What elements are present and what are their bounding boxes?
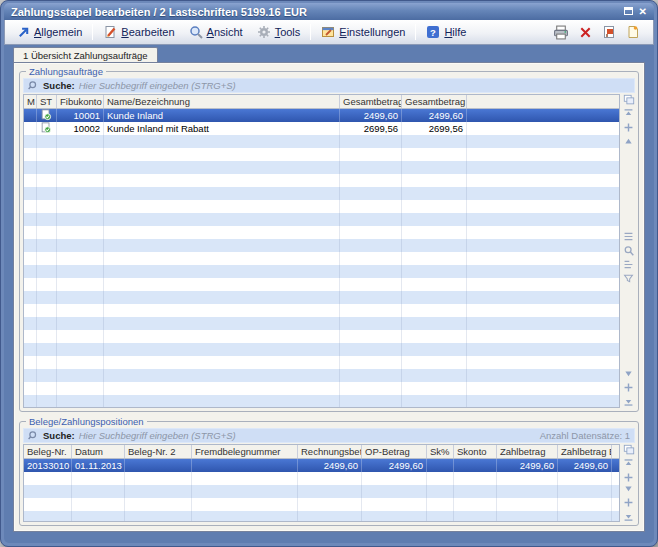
- empty-row[interactable]: [24, 382, 619, 395]
- empty-row[interactable]: [24, 291, 619, 304]
- add-up-icon[interactable]: [623, 122, 634, 133]
- empty-row[interactable]: [24, 239, 619, 252]
- column-chooser-icon[interactable]: [623, 444, 635, 456]
- empty-row[interactable]: [24, 148, 619, 161]
- empty-row[interactable]: [24, 213, 619, 226]
- column-header[interactable]: Gesamtbetrag: [340, 95, 402, 108]
- empty-row[interactable]: [24, 200, 619, 213]
- column-header[interactable]: Zahlbetrag: [497, 445, 558, 458]
- column-header[interactable]: Fremdbelegnummer: [192, 445, 298, 458]
- add-down-icon[interactable]: [623, 382, 634, 393]
- menu-item-tools[interactable]: Tools: [250, 22, 308, 42]
- scroll-first-icon[interactable]: [623, 108, 634, 119]
- cell: [104, 330, 340, 343]
- cell: [104, 317, 340, 330]
- column-header[interactable]: Rechnungsbetrag: [298, 445, 362, 458]
- cell-beleg-nr-2: [125, 459, 192, 472]
- cell-filler: [467, 317, 619, 330]
- empty-row[interactable]: [24, 498, 619, 511]
- cell: [402, 265, 467, 278]
- zoom-icon[interactable]: [623, 245, 635, 257]
- cell: [125, 498, 192, 511]
- positions-search-bar[interactable]: Suche: Hier Suchbegriff eingeben (STRG+S…: [23, 428, 635, 443]
- delete-icon[interactable]: [579, 26, 592, 39]
- column-header[interactable]: Name/Bezeichnung: [104, 95, 340, 108]
- column-header[interactable]: OP-Betrag: [362, 445, 427, 458]
- cell-fremdbelegnummer: [192, 459, 298, 472]
- menu-item-allgemein[interactable]: Allgemein: [10, 23, 89, 42]
- cell-filler: [467, 226, 619, 239]
- payments-search-bar[interactable]: Suche: Hier Suchbegriff eingeben (STRG+S…: [23, 78, 635, 93]
- payments-table[interactable]: MSTFibukontoName/BezeichnungGesamtbetrag…: [23, 94, 620, 408]
- cell: [340, 343, 402, 356]
- column-header[interactable]: Beleg-Nr. 2: [125, 445, 192, 458]
- column-header[interactable]: Zahlbetrag Euro: [558, 445, 612, 458]
- empty-row[interactable]: [24, 395, 619, 408]
- column-header[interactable]: Sk%: [427, 445, 454, 458]
- move-down-icon[interactable]: [623, 483, 634, 494]
- export-icon[interactable]: [602, 25, 616, 39]
- empty-row[interactable]: [24, 187, 619, 200]
- empty-row[interactable]: [24, 472, 619, 485]
- empty-row[interactable]: [24, 317, 619, 330]
- empty-row[interactable]: [24, 226, 619, 239]
- cell: [57, 187, 104, 200]
- positions-table[interactable]: Beleg-Nr.DatumBeleg-Nr. 2Fremdbelegnumme…: [23, 444, 620, 522]
- empty-row[interactable]: [24, 369, 619, 382]
- filter-icon[interactable]: [623, 273, 634, 284]
- close-icon[interactable]: ✕: [639, 7, 647, 17]
- cell-zahlbetrag-euro: 2499,60: [558, 459, 612, 472]
- empty-row[interactable]: [24, 356, 619, 369]
- empty-row[interactable]: [24, 330, 619, 343]
- empty-row[interactable]: [24, 485, 619, 498]
- print-icon[interactable]: [553, 25, 569, 40]
- add-up-icon[interactable]: [623, 472, 634, 483]
- scroll-last-icon[interactable]: [623, 511, 634, 522]
- table-row[interactable]: 2013301001.11.2013 JFr2499,602499,602499…: [24, 459, 619, 472]
- menu-item-ansicht[interactable]: Ansicht: [182, 22, 250, 42]
- add-down-icon[interactable]: [623, 497, 634, 508]
- scroll-first-icon[interactable]: [623, 458, 634, 469]
- positions-group: Belege/Zahlungspositionen Suche: Hier Su…: [19, 416, 639, 526]
- empty-row[interactable]: [24, 343, 619, 356]
- tab-uebersicht-zahlungsauftraege[interactable]: 1 Übersicht Zahlungsaufträge: [13, 47, 158, 62]
- column-chooser-icon[interactable]: [623, 94, 635, 106]
- empty-row[interactable]: [24, 265, 619, 278]
- empty-row[interactable]: [24, 135, 619, 148]
- column-header[interactable]: Skonto: [454, 445, 497, 458]
- column-header[interactable]: Fibukonto: [57, 95, 104, 108]
- empty-row[interactable]: [24, 174, 619, 187]
- menu-item-einstellungen[interactable]: Einstellungen: [314, 22, 412, 42]
- empty-row[interactable]: [24, 304, 619, 317]
- column-header[interactable]: M: [24, 95, 37, 108]
- table-row[interactable]: 10001Kunde Inland2499,602499,60: [24, 109, 619, 122]
- column-header[interactable]: ST: [37, 95, 57, 108]
- cell: [362, 498, 427, 511]
- column-header[interactable]: Datum: [72, 445, 125, 458]
- cell: [104, 148, 340, 161]
- menu-item-hilfe[interactable]: ?Hilfe: [419, 22, 473, 42]
- empty-row[interactable]: [24, 252, 619, 265]
- move-down-icon[interactable]: [623, 368, 634, 379]
- cell-filler: [467, 343, 619, 356]
- settings-icon: [321, 25, 335, 39]
- restore-icon[interactable]: [624, 7, 633, 17]
- title-bar[interactable]: Zahlungsstapel bearbeiten / 2 Lastschrif…: [4, 3, 654, 20]
- column-header[interactable]: Beleg-Nr.: [24, 445, 72, 458]
- menu-item-bearbeiten[interactable]: Bearbeiten: [96, 22, 181, 42]
- column-header[interactable]: Gesamtbetrag Euro: [402, 95, 467, 108]
- table-row[interactable]: 10002Kunde Inland mit Rabatt2699,562699,…: [24, 122, 619, 135]
- empty-row[interactable]: [24, 278, 619, 291]
- empty-row[interactable]: [24, 511, 619, 522]
- new-document-icon[interactable]: [626, 25, 640, 39]
- empty-row[interactable]: [24, 161, 619, 174]
- move-up-icon[interactable]: [623, 136, 634, 147]
- cell: [340, 304, 402, 317]
- cell: [192, 511, 298, 522]
- scroll-last-icon[interactable]: [623, 396, 634, 407]
- details-icon[interactable]: [623, 231, 634, 242]
- cell-filler: [467, 135, 619, 148]
- cell: [24, 472, 72, 485]
- cell: [37, 265, 57, 278]
- sum-icon[interactable]: [623, 259, 634, 270]
